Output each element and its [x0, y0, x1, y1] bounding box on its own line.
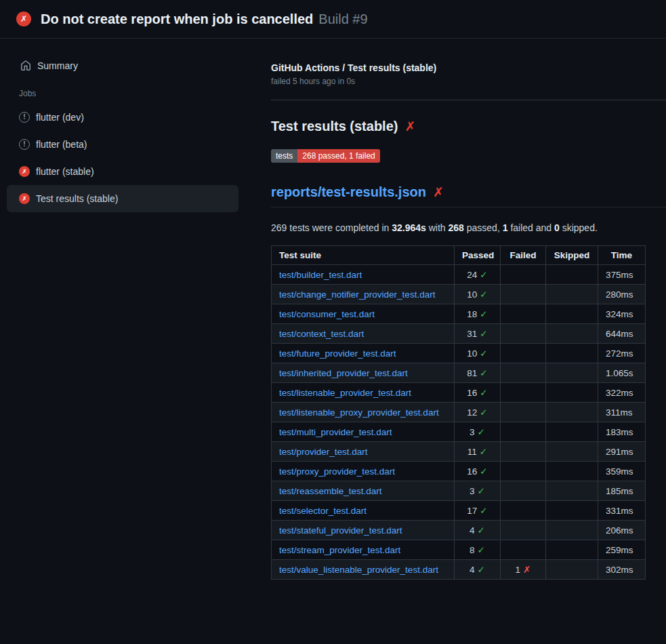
- skipped-cell: [546, 481, 598, 501]
- test-suite-row: test/future_provider_test.dart10✓272ms: [272, 344, 646, 363]
- test-suite-link[interactable]: test/change_notifier_provider_test.dart: [279, 289, 435, 300]
- home-icon: [20, 60, 31, 71]
- test-suite-link[interactable]: test/consumer_test.dart: [279, 309, 375, 319]
- check-icon: ✓: [480, 466, 487, 477]
- summary-part: 32.964s: [392, 222, 426, 233]
- failed-icon: ✗: [19, 193, 30, 204]
- failed-cell: [501, 501, 546, 521]
- jobs-list: !flutter (dev)!flutter (beta)✗flutter (s…: [0, 104, 271, 212]
- passed-count: 4: [470, 525, 475, 536]
- time-cell: 185ms: [598, 481, 646, 501]
- check-title: Do not create report when job is cancell…: [41, 12, 313, 27]
- test-suite-link[interactable]: test/proxy_provider_test.dart: [279, 466, 395, 477]
- test-suite-link[interactable]: test/listenable_proxy_provider_test.dart: [279, 407, 439, 418]
- failed-cell: [501, 265, 546, 285]
- test-suite-link[interactable]: test/inherited_provider_test.dart: [279, 368, 408, 378]
- skipped-cell: [546, 285, 598, 304]
- check-icon: ✓: [478, 525, 485, 536]
- time-cell: 644ms: [598, 324, 646, 344]
- test-suite-link[interactable]: test/builder_test.dart: [279, 270, 362, 280]
- failed-cross-icon: ✗: [433, 186, 444, 199]
- column-header: Skipped: [546, 246, 598, 265]
- test-suite-link[interactable]: test/multi_provider_test.dart: [279, 427, 392, 437]
- column-header: Time: [598, 246, 646, 265]
- passed-cell: 12✓: [455, 403, 501, 422]
- test-suite-row: test/context_test.dart31✓644ms: [272, 324, 646, 344]
- build-number: Build #9: [318, 12, 367, 27]
- check-icon: ✓: [480, 447, 487, 457]
- table-header-row: Test suitePassedFailedSkippedTime: [272, 246, 646, 265]
- test-suite-row: test/provider_test.dart11✓291ms: [272, 442, 646, 462]
- test-suite-link[interactable]: test/listenable_provider_test.dart: [279, 388, 411, 398]
- summary-part: 268: [449, 222, 464, 233]
- passed-cell: 24✓: [455, 265, 501, 285]
- neutral-icon: !: [19, 139, 30, 150]
- suite-cell: test/inherited_provider_test.dart: [272, 363, 455, 383]
- summary-part: 269 tests were completed in: [271, 222, 392, 233]
- sidebar-job-item[interactable]: ✗Test results (stable): [7, 185, 238, 212]
- passed-cell: 81✓: [455, 363, 501, 383]
- main-content: GitHub Actions / Test results (stable) f…: [271, 39, 666, 580]
- suite-cell: test/provider_test.dart: [272, 442, 455, 462]
- skipped-cell: [546, 540, 598, 560]
- summary-part: skipped.: [560, 222, 598, 233]
- failed-cross-icon: ✗: [404, 120, 415, 133]
- check-icon: ✓: [480, 270, 487, 280]
- check-icon: ✓: [478, 565, 485, 575]
- results-table: Test suitePassedFailedSkippedTime test/b…: [271, 245, 646, 580]
- badge-value: 268 passed, 1 failed: [297, 149, 379, 163]
- passed-count: 16: [467, 388, 477, 398]
- summary-label: Summary: [37, 60, 78, 71]
- test-suite-row: test/consumer_test.dart18✓324ms: [272, 304, 646, 324]
- cross-icon: ✗: [523, 565, 530, 575]
- job-label: flutter (stable): [36, 166, 94, 177]
- passed-count: 18: [467, 309, 477, 319]
- sidebar-job-item[interactable]: !flutter (dev): [7, 104, 238, 131]
- passed-count: 3: [470, 486, 475, 496]
- section-title-text: Test results (stable): [271, 119, 398, 134]
- passed-cell: 4✓: [455, 560, 501, 580]
- time-cell: 291ms: [598, 442, 646, 462]
- sidebar-job-item[interactable]: !flutter (beta): [7, 131, 238, 158]
- report-file-link[interactable]: reports/test-results.json: [271, 184, 426, 200]
- test-suite-link[interactable]: test/stateful_provider_test.dart: [279, 525, 402, 536]
- test-suite-link[interactable]: test/provider_test.dart: [279, 447, 368, 457]
- failed-cell: [501, 383, 546, 403]
- suite-cell: test/reassemble_test.dart: [272, 481, 455, 501]
- test-suite-row: test/builder_test.dart24✓375ms: [272, 265, 646, 285]
- sidebar-job-item[interactable]: ✗flutter (stable): [7, 158, 238, 185]
- suite-cell: test/listenable_proxy_provider_test.dart: [272, 403, 455, 422]
- test-suite-row: test/stateful_provider_test.dart4✓206ms: [272, 521, 646, 540]
- failed-cell: [501, 462, 546, 481]
- test-suite-link[interactable]: test/stream_provider_test.dart: [279, 545, 400, 555]
- test-suite-row: test/listenable_provider_test.dart16✓322…: [272, 383, 646, 403]
- test-suite-link[interactable]: test/selector_test.dart: [279, 506, 367, 516]
- sidebar-item-summary[interactable]: Summary: [0, 54, 271, 78]
- passed-cell: 8✓: [455, 540, 501, 560]
- test-suite-link[interactable]: test/future_provider_test.dart: [279, 348, 396, 359]
- passed-count: 17: [467, 506, 477, 516]
- suite-cell: test/value_listenable_provider_test.dart: [272, 560, 455, 580]
- failed-status-icon: ✗: [16, 12, 31, 26]
- results-table-body: test/builder_test.dart24✓375mstest/chang…: [272, 265, 646, 580]
- passed-count: 31: [467, 329, 477, 339]
- check-icon: ✓: [480, 388, 487, 398]
- jobs-section-label: Jobs: [19, 89, 271, 98]
- test-suite-link[interactable]: test/reassemble_test.dart: [279, 486, 382, 496]
- check-icon: ✓: [480, 289, 487, 300]
- check-icon: ✓: [480, 407, 487, 418]
- test-suite-link[interactable]: test/context_test.dart: [279, 329, 364, 339]
- failed-cell: [501, 363, 546, 383]
- passed-cell: 10✓: [455, 285, 501, 304]
- test-suite-row: test/stream_provider_test.dart8✓259ms: [272, 540, 646, 560]
- test-suite-link[interactable]: test/value_listenable_provider_test.dart: [279, 565, 438, 575]
- passed-count: 81: [467, 368, 477, 378]
- passed-cell: 3✓: [455, 422, 501, 442]
- check-icon: ✓: [480, 348, 487, 359]
- passed-cell: 10✓: [455, 344, 501, 363]
- suite-cell: test/stream_provider_test.dart: [272, 540, 455, 560]
- suite-cell: test/builder_test.dart: [272, 265, 455, 285]
- failed-cell: [501, 540, 546, 560]
- tests-badge: tests 268 passed, 1 failed: [271, 149, 380, 163]
- skipped-cell: [546, 521, 598, 540]
